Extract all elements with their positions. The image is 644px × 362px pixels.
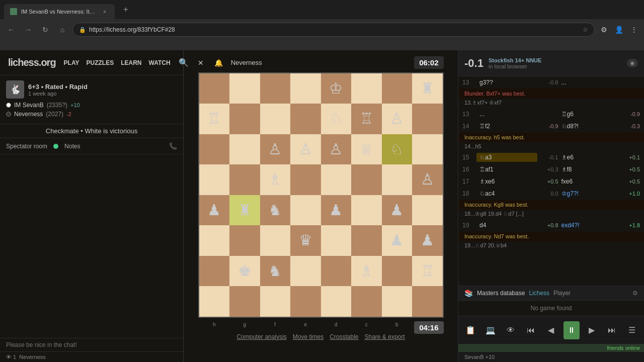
move-16-white[interactable]: ♖af1 [476,165,537,174]
game-type-icon: 🐇 [6,80,24,99]
menu-icon[interactable]: ⋮ [628,24,640,36]
checkmate-banner: Checkmate • White is victorious [0,124,183,138]
move-row-13: 13 g3?? -0.8 ... [458,76,644,88]
timer-bottom: 04:16 [414,321,443,334]
lichess-header: lichess.org PLAY PUZZLES LEARN WATCH 🔍 ✕… [0,50,183,75]
phone-icon[interactable]: 📞 [169,142,177,150]
move-17-white[interactable]: ♗xe6 [476,177,537,186]
piece-black-pawn-a3: ♟ [421,233,434,248]
forward-btn[interactable]: → [21,23,35,37]
sq-e8 [290,73,321,104]
move-19-black[interactable]: exd4?! [558,221,619,230]
sq-c5 [351,164,382,195]
sq-g8 [229,73,260,104]
profile-icon[interactable]: 👤 [613,24,625,36]
lichess-logo[interactable]: lichess.org [8,57,56,68]
move-13b-black[interactable]: ♖g6 [558,110,619,119]
main-nav: PLAY PUZZLES LEARN WATCH [64,59,171,66]
piece-black-pawn-h4: ♟ [207,203,221,218]
move-15-black[interactable]: ♗e6 [558,153,619,162]
db-settings-icon[interactable]: ⚙ [632,290,638,297]
play-pause-btn[interactable]: ⏸ [564,321,580,339]
computer-analysis-btn[interactable]: Computer analysis [236,333,286,340]
menu-btn[interactable]: ☰ [624,321,640,339]
annotation-inaccuracy-18: Inaccuracy. Kg8 was best. [458,200,644,210]
black-diff: -2 [66,111,71,117]
tab-close-btn[interactable]: × [101,8,109,16]
annotation-blunder-13: Blunder. Bxf7+ was best. [458,88,644,99]
move-14-white[interactable]: ♖f2 [476,122,537,131]
move-16-black[interactable]: ♗f8 [558,165,619,174]
sq-c8 [351,73,382,104]
book-icon-btn[interactable]: 📋 [462,321,478,339]
next-move-btn[interactable]: ▶ [584,321,600,339]
sq-f7 [260,104,291,134]
sq-d5 [321,164,352,195]
sq-b8 [382,73,413,104]
db-tab-player[interactable]: Player [553,290,571,297]
active-tab[interactable]: IM SevanB vs Neverness: Itali... × [4,4,115,19]
piece-white-queen: ♕ [360,142,373,157]
notes-tab[interactable]: Notes [64,143,80,150]
eval-score: -0.1 [464,57,484,70]
annotation-detail-19: 19...♘d7 20.♕b4 [458,241,644,251]
new-tab-btn[interactable]: + [119,3,133,17]
player-score-bar: SevanB +10 [458,352,644,362]
address-bar[interactable]: 🔒 https://lichess.org/833fYbCF#28 ☆ [72,23,595,37]
friends-online[interactable]: friends online [458,344,644,352]
prev-move-btn[interactable]: ◀ [543,321,559,339]
move-18-black[interactable]: ♔g7?! [558,189,619,198]
last-move-btn[interactable]: ⏭ [604,321,620,339]
sq-f3 [260,225,291,256]
share-btn[interactable]: Share & export [365,333,405,340]
db-tab-lichess[interactable]: Lichess [529,290,549,297]
black-rating: (2027) [46,111,63,118]
move-13-black[interactable]: ... [558,78,619,87]
nav-puzzles[interactable]: PUZZLES [87,59,114,66]
crosstable-btn[interactable]: Crosstable [330,333,358,340]
nav-learn[interactable]: LEARN [121,59,141,66]
computer-icon-btn[interactable]: 💻 [482,321,499,339]
refresh-btn[interactable]: ↻ [38,23,52,37]
sq-e5 [290,164,321,195]
move-14-black[interactable]: ♘d8?! [558,122,619,131]
database-label: Masters database [477,290,525,297]
spectator-row: Spectator room Notes 📞 [0,138,183,154]
home-btn[interactable]: ⌂ [55,23,69,37]
sq-h4: ♟ [199,195,230,226]
annotation-detail-13: 13.♗xf7+ ♔xf7 [458,99,644,108]
back-btn[interactable]: ← [4,23,18,37]
board-container: 06:02 ♔ ♜ ♖ [198,72,444,318]
piece-black-pawn-b3: ♟ [390,233,404,248]
sq-b1 [382,286,413,317]
moves-area[interactable]: 13 g3?? -0.8 ... Blunder. Bxf7+ was best… [458,76,644,286]
sq-h7: ♖ [199,104,230,134]
piece-white-rook-c7: ♖ [360,111,373,126]
nav-play[interactable]: PLAY [64,59,79,66]
sq-a4 [412,195,443,226]
nav-watch[interactable]: WATCH [149,59,171,66]
piece-black-rook-a8: ♜ [421,81,434,96]
extensions-icon[interactable]: ⚙ [598,24,610,36]
sq-e3: ♛ [290,225,321,256]
move-19-white[interactable]: d4 [476,221,537,230]
eye-icon-btn[interactable]: 👁 [503,321,519,339]
move-13-white[interactable]: g3?? [476,78,537,87]
chat-input-row [0,338,183,351]
move-17-black[interactable]: fxe6 [558,177,619,186]
engine-toggle[interactable]: ◉ [627,59,638,67]
sq-b5 [382,164,413,195]
star-icon[interactable]: ☆ [583,26,588,33]
sq-h2 [199,256,230,287]
sq-d6: ♙ [321,134,352,165]
move-15-white[interactable]: ♘a3 [476,153,537,162]
piece-white-pawn-b7: ♙ [390,111,404,126]
move-13b-white[interactable]: ... [476,110,537,119]
move-18-white[interactable]: ♘ac4 [476,189,537,198]
piece-black-king: ♚ [238,263,252,279]
first-move-btn[interactable]: ⏮ [523,321,539,339]
move-times-btn[interactable]: Move times [293,333,324,340]
engine-sub: in local browser [489,63,541,69]
piece-white-rook-a2: ♖ [421,263,434,279]
chat-input[interactable] [6,341,177,348]
